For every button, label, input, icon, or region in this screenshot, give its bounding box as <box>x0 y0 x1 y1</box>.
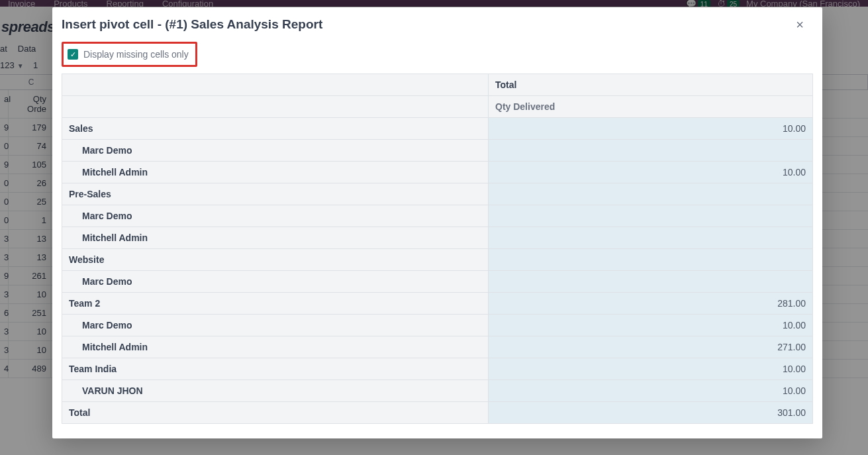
checkbox-label: Display missing cells only <box>83 49 189 60</box>
pivot-header-empty <box>62 74 489 95</box>
dialog-title: Insert pivot cell - (#1) Sales Analysis … <box>62 17 322 32</box>
dialog-header: Insert pivot cell - (#1) Sales Analysis … <box>52 7 822 42</box>
pivot-row-presales[interactable]: Pre-Sales <box>62 183 812 205</box>
insert-pivot-cell-dialog: Insert pivot cell - (#1) Sales Analysis … <box>52 7 822 438</box>
pivot-row-sales[interactable]: Sales10.00 <box>62 118 812 140</box>
pivot-row-mitchell-admin[interactable]: Mitchell Admin271.00 <box>62 336 812 358</box>
pivot-row-value[interactable] <box>489 183 812 205</box>
pivot-row-varun-jhon[interactable]: VARUN JHON10.00 <box>62 380 812 402</box>
display-missing-cells-checkbox[interactable]: ✓ Display missing cells only <box>62 42 197 67</box>
pivot-row-label: Team 2 <box>62 293 489 314</box>
pivot-row-team2[interactable]: Team 2281.00 <box>62 293 812 315</box>
pivot-header-total[interactable]: Total <box>489 74 812 95</box>
dialog-body: ✓ Display missing cells only Total Qty D… <box>52 42 822 438</box>
checkbox-checked-icon: ✓ <box>68 49 78 60</box>
pivot-total-label: Total <box>62 402 489 423</box>
pivot-row-value[interactable]: 10.00 <box>489 118 812 139</box>
pivot-row-label: Marc Demo <box>62 205 489 227</box>
pivot-row-mitchell-admin[interactable]: Mitchell Admin <box>62 227 812 249</box>
pivot-row-value[interactable]: 10.00 <box>489 315 812 336</box>
pivot-row-value[interactable] <box>489 205 812 227</box>
pivot-row-value[interactable]: 271.00 <box>489 336 812 358</box>
pivot-measure-label[interactable]: Qty Delivered <box>489 96 812 117</box>
close-button[interactable]: × <box>792 17 808 32</box>
pivot-measure-row: Qty Delivered <box>62 96 812 118</box>
pivot-table: Total Qty Delivered Sales10.00 Marc Demo… <box>62 74 813 424</box>
pivot-row-label: Team India <box>62 358 489 379</box>
pivot-row-value[interactable] <box>489 249 812 270</box>
pivot-row-value[interactable]: 10.00 <box>489 358 812 379</box>
pivot-row-label: Pre-Sales <box>62 183 489 205</box>
pivot-row-label: Marc Demo <box>62 315 489 336</box>
pivot-row-label: VARUN JHON <box>62 380 489 401</box>
pivot-row-value[interactable]: 10.00 <box>489 380 812 401</box>
pivot-row-label: Mitchell Admin <box>62 336 489 358</box>
pivot-row-value[interactable]: 281.00 <box>489 293 812 314</box>
pivot-row-label: Marc Demo <box>62 271 489 292</box>
pivot-row-marc-demo[interactable]: Marc Demo <box>62 205 812 227</box>
pivot-header-row: Total <box>62 74 812 96</box>
pivot-row-total[interactable]: Total301.00 <box>62 402 812 423</box>
pivot-row-website[interactable]: Website <box>62 249 812 271</box>
pivot-row-mitchell-admin[interactable]: Mitchell Admin10.00 <box>62 162 812 183</box>
pivot-row-label: Marc Demo <box>62 140 489 161</box>
pivot-row-marc-demo[interactable]: Marc Demo10.00 <box>62 315 812 336</box>
pivot-row-value[interactable] <box>489 140 812 161</box>
pivot-measure-empty <box>62 96 489 117</box>
pivot-row-marc-demo[interactable]: Marc Demo <box>62 271 812 293</box>
pivot-row-value[interactable] <box>489 227 812 248</box>
pivot-row-team-india[interactable]: Team India10.00 <box>62 358 812 380</box>
pivot-row-label: Mitchell Admin <box>62 227 489 248</box>
pivot-row-marc-demo[interactable]: Marc Demo <box>62 140 812 162</box>
pivot-row-value[interactable]: 10.00 <box>489 162 812 183</box>
pivot-row-label: Sales <box>62 118 489 139</box>
pivot-total-value[interactable]: 301.00 <box>489 402 812 423</box>
pivot-row-label: Website <box>62 249 489 270</box>
pivot-row-value[interactable] <box>489 271 812 292</box>
pivot-row-label: Mitchell Admin <box>62 162 489 183</box>
